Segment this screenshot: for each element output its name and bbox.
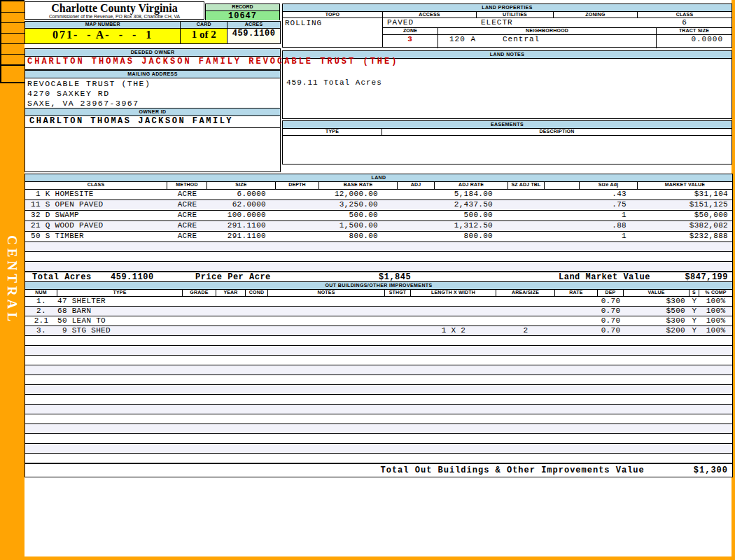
empty-row: [25, 375, 732, 385]
ob-area-size: 2: [496, 326, 555, 335]
land-market-value: $382,082: [638, 221, 732, 231]
ob-notes: [268, 307, 385, 316]
land-depth: [276, 232, 319, 241]
ob-value: $500: [624, 307, 690, 316]
easement-type-label: TYPE: [283, 129, 382, 135]
land-class: 50 S TIMBER: [25, 232, 167, 241]
ob-comp: 100%: [699, 326, 732, 335]
owner-id-label: OWNER ID: [25, 108, 280, 116]
ob-col-type: TYPE: [57, 290, 183, 296]
land-col-adj-rate: ADJ RATE: [435, 182, 508, 189]
outbuildings-header: NUM TYPE GRADE YEAR COND NOTES STHGT LEN…: [25, 290, 732, 297]
ob-type: 9 STG SHED: [57, 326, 183, 335]
land-col-size-adj: Size Adj: [580, 182, 638, 189]
empty-row: [25, 356, 732, 365]
land-sz-adj-tbl: [508, 211, 545, 220]
access-label: ACCESS: [383, 12, 477, 18]
empty-row: [25, 242, 732, 252]
tract-size-label: TRACT SIZE: [657, 28, 732, 34]
land-market-value-label: Land Market Value: [559, 272, 650, 282]
ob-s: Y: [690, 326, 699, 335]
ob-grade: [183, 316, 216, 326]
land-method: ACRE: [167, 190, 207, 200]
ob-value: $300: [624, 316, 690, 326]
access-value: PAVED: [383, 18, 477, 27]
topo-value: ROLLING: [283, 18, 383, 48]
land-row: 50 S TIMBERACRE291.1100800.00800.001$232…: [25, 232, 732, 242]
ob-col-area-size: AREA/SIZE: [496, 290, 555, 296]
ob-length-width: [411, 316, 496, 326]
ob-year: [216, 297, 246, 306]
outbuilding-row: 2.68 BARN0.70$500Y100%: [25, 307, 732, 316]
district-vertical-label: CENTRAL: [4, 235, 20, 325]
empty-row: [25, 434, 732, 444]
easement-description-label: DESCRIPTION: [382, 129, 732, 135]
land-adj-rate: 5,184.00: [435, 190, 508, 200]
ob-s: Y: [690, 316, 699, 326]
ob-col-sthgt: STHGT: [385, 290, 411, 296]
land-adj: [398, 190, 435, 200]
land-size: 291.1100: [207, 232, 276, 241]
land-size-adj: .43: [580, 190, 638, 200]
commissioner-line: Commissioner of the Revenue, PO Box 308,…: [25, 14, 204, 19]
land-adj: [398, 211, 435, 220]
land-adj-rate: 500.00: [435, 211, 508, 220]
ob-s: Y: [690, 297, 699, 306]
neighborhood-value: 120 ACentral: [438, 35, 657, 48]
total-acres-label: Total Acres: [32, 272, 92, 282]
topo-label: TOPO: [283, 12, 383, 18]
ob-sthgt: [385, 307, 411, 316]
ob-length-width: [411, 297, 496, 306]
ob-rate: [555, 326, 598, 335]
class-value: 6: [638, 18, 732, 27]
land-adj: [398, 221, 435, 231]
mailing-line: SAXE, VA 23967-3967: [25, 99, 280, 108]
land-size-adj: 1: [580, 232, 638, 241]
card-label: CARD: [181, 22, 227, 28]
ob-value: $200: [624, 326, 690, 335]
zoning-label: ZONING: [554, 12, 638, 18]
land-class: 32 D SWAMP: [25, 211, 167, 220]
land-market-value-total: $847,199: [685, 272, 728, 282]
land-size-adj: .75: [580, 200, 638, 210]
ob-col-grade: GRADE: [183, 290, 216, 296]
land-size-adj: 1: [580, 211, 638, 220]
empty-row: [25, 385, 732, 395]
ob-col-value: VALUE: [624, 290, 690, 296]
land-row: 1 K HOMESITEACRE6.000012,000.005,184.00.…: [25, 190, 732, 200]
ob-dep: 0.70: [598, 316, 624, 326]
ob-cond: [246, 297, 268, 306]
land-size: 62.0000: [207, 200, 276, 210]
property-record-card: CENTRAL Charlotte County Virginia Commis…: [0, 0, 735, 560]
ob-year: [216, 326, 246, 335]
land-method: ACRE: [167, 211, 207, 220]
land-size: 291.1100: [207, 221, 276, 231]
land-adj-rate: 2,437.50: [435, 200, 508, 210]
ob-grade: [183, 297, 216, 306]
land-base-rate: 12,000.00: [319, 190, 398, 200]
price-per-acre-label: Price Per Acre: [195, 272, 271, 282]
price-per-acre-value: $1,845: [379, 272, 411, 282]
land-blank: [545, 221, 580, 231]
land-sz-adj-tbl: [508, 221, 545, 231]
record-label: RECORD: [206, 4, 279, 11]
land-sz-adj-tbl: [508, 232, 545, 241]
ob-col-cond: COND: [246, 290, 268, 296]
land-size-adj: .88: [580, 221, 638, 231]
ob-type: 50 LEAN TO: [57, 316, 183, 326]
ob-s: Y: [690, 307, 699, 316]
ob-comp: 100%: [699, 316, 732, 326]
ob-grade: [183, 307, 216, 316]
zone-value: 3: [383, 35, 438, 48]
ob-sthgt: [385, 326, 411, 335]
ob-rate: [555, 316, 598, 326]
land-properties-panel: LAND PROPERTIES TOPO ACCESS UTILITIES ZO…: [282, 4, 732, 48]
map-number-label: MAP NUMBER: [25, 22, 181, 28]
land-col-class: CLASS: [25, 182, 167, 189]
land-adj-rate: 800.00: [435, 232, 508, 241]
total-acres-value: 459.1100: [111, 272, 154, 282]
land-market-value: $151,125: [638, 200, 732, 210]
land-base-rate: 3,250.00: [319, 200, 398, 210]
easements-title: EASEMENTS: [283, 121, 732, 129]
land-method: ACRE: [167, 200, 207, 210]
